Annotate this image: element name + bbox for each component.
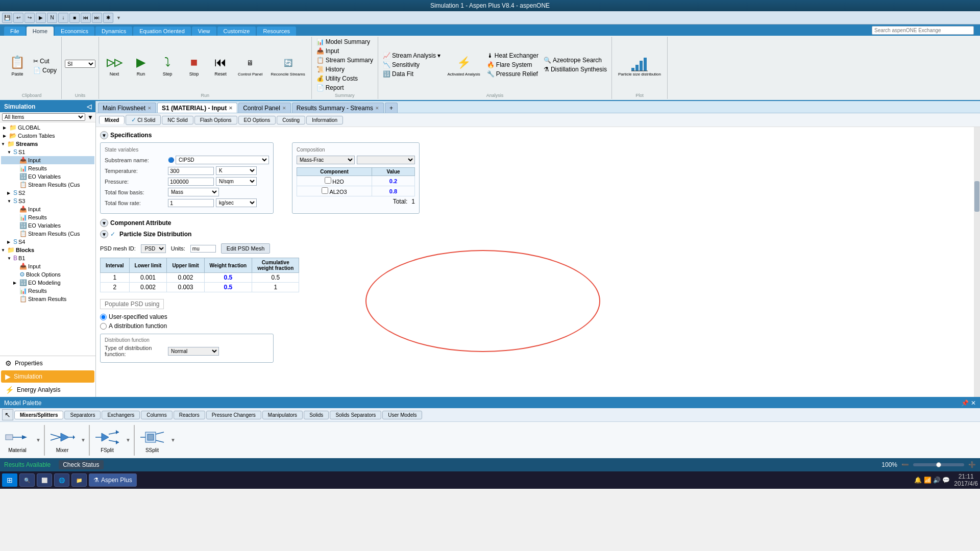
tree-item-s1-results[interactable]: 📊 Results — [1, 164, 94, 172]
run-button[interactable]: ▶ Run — [129, 52, 153, 78]
zoom-thumb[interactable] — [936, 462, 941, 467]
step-quick-btn[interactable]: ↓ — [58, 13, 68, 23]
specs-toggle[interactable]: ▼ — [100, 131, 108, 139]
zoom-in-button[interactable]: ➕ — [968, 461, 976, 468]
radio-user-specified-input[interactable] — [100, 314, 107, 320]
al2o3-checkbox[interactable] — [322, 187, 328, 194]
copy-button[interactable]: 📄Copy — [32, 66, 58, 74]
comp-unit-select[interactable] — [357, 156, 415, 164]
model-summary-button[interactable]: 📊Model Summary — [315, 38, 375, 46]
palette-tab-columns[interactable]: Columns — [141, 411, 172, 419]
palette-item-fsplit[interactable]: FSplit — [92, 426, 122, 454]
tree-item-s1-stream-results[interactable]: 📋 Stream Results (Cus — [1, 181, 94, 189]
palette-tab-exchangers[interactable]: Exchangers — [102, 411, 140, 419]
heat-exchanger-button[interactable]: 🌡Heat Exchanger — [485, 52, 540, 60]
sensitivity-button[interactable]: 📉Sensitivity — [381, 61, 442, 69]
tree-item-b1-input[interactable]: 📥 Input — [1, 262, 94, 270]
palette-tab-manipulators[interactable]: Manipulators — [262, 411, 303, 419]
doc-tab-main-flowsheet[interactable]: Main Flowsheet ✕ — [98, 103, 156, 113]
palette-tab-separators[interactable]: Separators — [64, 411, 101, 419]
tab-eq-oriented[interactable]: Equation Oriented — [133, 27, 191, 36]
fwd-quick-btn[interactable]: ⏭ — [92, 13, 102, 23]
pressure-unit-select[interactable]: N/sqm — [216, 177, 257, 186]
data-fit-button[interactable]: 🔢Data Fit — [381, 70, 442, 78]
report-button[interactable]: 📄Report — [315, 84, 375, 92]
sidebar-filter-select[interactable]: All Items — [2, 113, 85, 121]
psd-cell-weight-1[interactable]: 0.5 — [204, 273, 252, 283]
run-quick-btn[interactable]: ▶ — [36, 13, 46, 23]
taskbar-search[interactable]: 🔍 — [19, 473, 35, 487]
palette-item-mixer[interactable]: Mixer — [47, 426, 78, 454]
tree-item-blocks[interactable]: ▼ 📁 Blocks — [1, 246, 94, 254]
step-button[interactable]: ⤵ Step — [155, 52, 180, 78]
comp-cell-h2o-val[interactable]: 0.2 — [372, 176, 415, 186]
next-button[interactable]: ▷▷ Next — [102, 52, 127, 78]
taskbar-taskview[interactable]: ⬜ — [37, 473, 52, 487]
dist-fn-type-select[interactable]: Normal — [168, 347, 219, 356]
check-status-button[interactable]: Check Status — [59, 460, 103, 469]
tree-item-s3[interactable]: ▼ S S3 — [1, 197, 94, 205]
distillation-synthesis-button[interactable]: ⚗Distillation Synthesis — [542, 65, 608, 73]
psd-mesh-select[interactable]: PSD — [141, 244, 166, 253]
left-tab-energy[interactable]: ⚡ Energy Analysis — [1, 384, 94, 396]
stream-summary-button[interactable]: 📋Stream Summary — [315, 56, 375, 64]
radio-dist-fn-input[interactable] — [100, 323, 107, 330]
sub-tab-nc-solid[interactable]: NC Solid — [162, 116, 193, 124]
close-control-panel[interactable]: ✕ — [282, 106, 286, 111]
comp-attr-toggle[interactable]: ▼ — [100, 219, 108, 227]
doc-tab-add[interactable]: + — [385, 103, 398, 113]
psd-cell-lower-2[interactable]: 0.002 — [129, 283, 167, 292]
tree-item-s2[interactable]: ▶ S S2 — [1, 189, 94, 197]
reconcile-button[interactable]: 🔄 Reconcile Streams — [268, 53, 308, 78]
zoom-out-button[interactable]: ➖ — [901, 461, 909, 468]
sidebar-collapse[interactable]: ◁ — [87, 103, 91, 110]
tree-item-s3-results[interactable]: 📊 Results — [1, 213, 94, 221]
psd-cell-upper-1[interactable]: 0.002 — [167, 273, 204, 283]
doc-tab-s1-input[interactable]: S1 (MATERIAL) - Input ✕ — [157, 103, 237, 113]
misc-quick-btn[interactable]: ✱ — [103, 13, 113, 23]
psd-cell-interval-2[interactable]: 2 — [101, 283, 130, 292]
zoom-slider[interactable] — [913, 463, 964, 466]
palette-item-material[interactable]: Material — [2, 426, 33, 454]
tree-item-b1-eo[interactable]: ▶ 🔢 EO Modeling — [1, 279, 94, 287]
palette-tab-pressure[interactable]: Pressure Changers — [206, 411, 261, 419]
mixer-expand[interactable]: ▼ — [80, 430, 87, 450]
tab-resources[interactable]: Resources — [257, 27, 296, 36]
edit-psd-mesh-button[interactable]: Edit PSD Mesh — [221, 243, 271, 254]
left-tab-simulation[interactable]: ▶ Simulation — [1, 370, 94, 383]
ssplit-expand[interactable]: ▼ — [169, 430, 177, 450]
flow-rate-input[interactable] — [168, 199, 214, 207]
taskbar-aspen[interactable]: ⚗ Aspen Plus — [89, 473, 137, 487]
stop-quick-btn[interactable]: ■ — [69, 13, 80, 23]
paste-button[interactable]: 📋 Paste — [5, 52, 30, 78]
psd-cell-upper-2[interactable]: 0.003 — [167, 283, 204, 292]
tree-item-s4[interactable]: ▶ S S4 — [1, 238, 94, 246]
flow-rate-unit-select[interactable]: kg/sec — [216, 198, 257, 207]
palette-tab-solids-sep[interactable]: Solids Separators — [330, 411, 381, 419]
sub-tab-flash-options[interactable]: Flash Options — [194, 116, 237, 124]
sub-tab-costing[interactable]: Costing — [277, 116, 305, 124]
back-quick-btn[interactable]: ⏮ — [81, 13, 91, 23]
redo-btn[interactable]: ↪ — [24, 13, 35, 23]
next-quick-btn[interactable]: N — [47, 13, 57, 23]
tree-item-b1-results[interactable]: 📊 Results — [1, 287, 94, 295]
right-scrollbar[interactable] — [974, 127, 980, 397]
pressure-input[interactable] — [168, 178, 214, 186]
palette-pin[interactable]: 📌 — [961, 399, 969, 407]
psd-units-input[interactable] — [190, 245, 216, 253]
cursor-button[interactable]: ↖ — [2, 409, 13, 420]
tree-item-s3-eo[interactable]: 🔢 EO Variables — [1, 221, 94, 230]
search-input[interactable] — [872, 26, 974, 35]
input-button[interactable]: 📥Input — [315, 47, 375, 55]
taskbar-edge[interactable]: 🌐 — [54, 473, 69, 487]
psd-cell-interval-1[interactable]: 1 — [101, 273, 130, 283]
sub-tab-ci-solid[interactable]: ✓ CI Solid — [126, 115, 161, 125]
tree-item-b1-block-options[interactable]: ⚙ Block Options — [1, 270, 94, 279]
tree-item-s3-stream-results[interactable]: 📋 Stream Results (Cus — [1, 230, 94, 238]
close-s1-input[interactable]: ✕ — [229, 106, 233, 111]
tab-home[interactable]: Home — [27, 27, 54, 36]
temp-input[interactable] — [168, 167, 214, 175]
tab-dynamics[interactable]: Dynamics — [95, 27, 132, 36]
save-btn[interactable]: 💾 — [2, 13, 12, 23]
palette-item-ssplit[interactable]: SSplit — [137, 426, 167, 454]
